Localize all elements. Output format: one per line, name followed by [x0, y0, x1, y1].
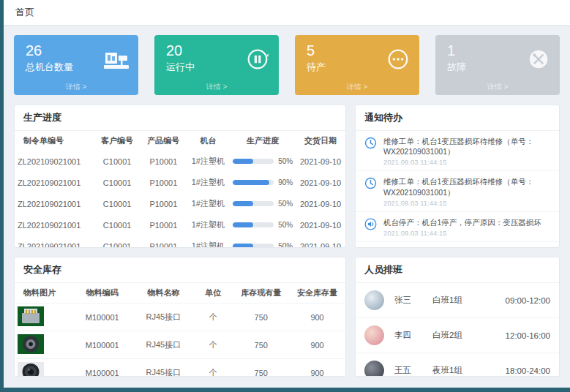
inventory-row: M100001 RJ45接口 个 750 900	[15, 359, 345, 377]
progress-cell: 90%	[230, 172, 296, 193]
staff-row: 李四 白班2组 12:00-16:00	[356, 318, 559, 353]
safety-qty-cell: 900	[289, 359, 345, 377]
notice-text: 机台停产：机台1停产，停产原因：变压器损坏	[383, 217, 541, 227]
staff-time: 12:00-16:00	[506, 331, 550, 340]
progress-label: 50%	[278, 242, 293, 248]
customer-no-cell: C10001	[94, 172, 140, 193]
machine-cell: 1#注塑机	[187, 214, 230, 235]
production-row: ZL202109021001 C10001 P10001 1#注塑机 50% 2…	[15, 193, 345, 214]
card-detail-link[interactable]: 详情 >	[14, 82, 138, 92]
material-name-cell: RJ45接口	[134, 359, 193, 377]
on-hand-cell: 750	[233, 359, 289, 377]
notices-panel: 通知待办 维修工单：机台1变压器损坏待维修（单号：WX202109031001）…	[355, 105, 560, 248]
stat-card-total-machines[interactable]: 26 总机台数量 详情 >	[14, 35, 138, 95]
panel-title: 生产进度	[15, 105, 345, 131]
fault-icon	[526, 47, 551, 75]
production-row: ZL202109021001 C10001 P10001 1#注塑机 90% 2…	[15, 172, 345, 193]
product-no-cell: P10001	[140, 151, 187, 172]
stat-card-standby[interactable]: 5 待产 详情 >	[295, 35, 419, 95]
panel-title: 安全库存	[15, 257, 345, 283]
customer-no-cell: C10001	[94, 193, 140, 214]
progress-label: 50%	[278, 221, 293, 229]
col-safety-qty: 安全库存量	[289, 283, 345, 304]
safety-qty-cell: 900	[289, 304, 345, 331]
staff-row: 张三 白班1组 09:00-12:00	[356, 283, 559, 318]
machine-icon	[103, 47, 130, 75]
notice-item[interactable]: 计划督促：机台1生产计划已督促 2021.09.03 11:44:15	[356, 242, 559, 248]
staff-name: 张三	[394, 295, 432, 306]
notice-item[interactable]: 维修工单：机台1变压器损坏待维修（单号：WX202109031001） 2021…	[356, 131, 559, 171]
panel-grid: 生产进度 制令单编号 客户编号 产品编号 机台 生产进度 交货日期 ZL2021	[14, 105, 560, 377]
window-bottom-edge	[0, 388, 570, 392]
order-no-cell: ZL202109021001	[15, 151, 94, 172]
material-code-cell: M100001	[71, 331, 134, 359]
col-material-image: 物料图片	[15, 283, 71, 304]
stat-cards-row: 26 总机台数量 详情 > 20 运行中	[14, 35, 560, 95]
unit-cell: 个	[193, 331, 233, 359]
card-detail-link[interactable]: 详情 >	[435, 82, 560, 92]
progress-bar	[233, 159, 274, 164]
progress-cell: 50%	[230, 151, 296, 172]
avatar	[364, 290, 384, 310]
stat-card-fault[interactable]: 1 故障 详情 >	[435, 35, 560, 95]
staff-row: 王五 夜班1组 18:00-24:00	[356, 353, 559, 377]
tab-home[interactable]: 首页	[4, 0, 46, 25]
staff-shift: 白班1组	[432, 295, 484, 306]
card-detail-link[interactable]: 详情 >	[154, 82, 279, 92]
col-material-code: 物料编码	[71, 283, 134, 304]
production-row: ZL202109021001 C10001 P10001 1#注塑机 50% 2…	[15, 235, 345, 248]
clock-icon	[364, 176, 378, 206]
machine-cell: 1#注塑机	[187, 151, 230, 172]
progress-bar	[233, 201, 274, 206]
notice-time: 2021.09.03 11:44:15	[383, 199, 552, 207]
notice-time: 2021.09.03 11:44:15	[383, 229, 541, 237]
staff-schedule-panel: 人员排班 张三 白班1组 09:00-12:00 李四 白班2组 12:00-1…	[355, 257, 560, 377]
standby-icon	[386, 47, 410, 75]
on-hand-cell: 750	[233, 331, 289, 359]
order-no-cell: ZL202109021001	[15, 172, 94, 193]
notice-text: 计划督促：机台1生产计划已督促	[383, 247, 495, 248]
panel-title: 通知待办	[356, 105, 559, 131]
staff-name: 李四	[394, 330, 432, 341]
delivery-date-cell: 2021-09-10	[296, 214, 345, 235]
progress-bar	[233, 244, 274, 248]
product-no-cell: P10001	[140, 214, 187, 235]
table-header-row: 物料图片 物料编码 物料名称 单位 库存现有量 安全库存量	[15, 283, 345, 304]
material-name-cell: RJ45接口	[134, 331, 193, 359]
staff-shift: 夜班1组	[432, 365, 484, 376]
customer-no-cell: C10001	[94, 235, 140, 248]
stat-card-running[interactable]: 20 运行中 详情 >	[154, 35, 279, 95]
progress-cell: 50%	[230, 214, 296, 235]
panel-title: 人员排班	[356, 257, 559, 283]
col-order-no: 制令单编号	[15, 131, 94, 151]
notice-item[interactable]: 维修工单：机台1变压器损坏待维修（单号：WX202109031001） 2021…	[356, 171, 559, 211]
col-material-name: 物料名称	[134, 283, 193, 304]
production-row: ZL202109021001 C10001 P10001 1#注塑机 50% 2…	[15, 151, 345, 172]
order-no-cell: ZL202109021001	[15, 193, 94, 214]
delivery-date-cell: 2021-09-10	[296, 172, 345, 193]
safety-qty-cell: 900	[289, 331, 345, 359]
card-detail-link[interactable]: 详情 >	[295, 82, 419, 92]
delivery-date-cell: 2021-09-10	[296, 151, 345, 172]
col-progress: 生产进度	[230, 131, 296, 151]
inventory-table: 物料图片 物料编码 物料名称 单位 库存现有量 安全库存量	[15, 283, 345, 377]
product-no-cell: P10001	[140, 193, 187, 214]
progress-bar	[233, 180, 274, 185]
progress-bar	[233, 222, 274, 227]
unit-cell: 个	[193, 304, 233, 331]
progress-label: 50%	[278, 200, 293, 208]
staff-time: 18:00-24:00	[506, 366, 550, 375]
notice-text: 维修工单：机台1变压器损坏待维修（单号：WX202109031001）	[383, 136, 552, 157]
col-machine: 机台	[187, 131, 230, 151]
notice-item[interactable]: 机台停产：机台1停产，停产原因：变压器损坏 2021.09.03 11:44:1…	[356, 212, 559, 242]
running-icon	[245, 47, 270, 75]
col-unit: 单位	[193, 283, 233, 304]
unit-cell: 个	[193, 359, 233, 377]
progress-label: 90%	[278, 178, 293, 186]
rj45-photo	[18, 306, 44, 326]
customer-no-cell: C10001	[94, 151, 140, 172]
machine-cell: 1#注塑机	[187, 193, 230, 214]
safety-stock-panel: 安全库存 物料图片 物料编码 物料名称 单位 库存现有量 安全库存量	[14, 257, 346, 377]
material-code-cell: M100001	[71, 304, 134, 331]
col-delivery-date: 交货日期	[296, 131, 345, 151]
